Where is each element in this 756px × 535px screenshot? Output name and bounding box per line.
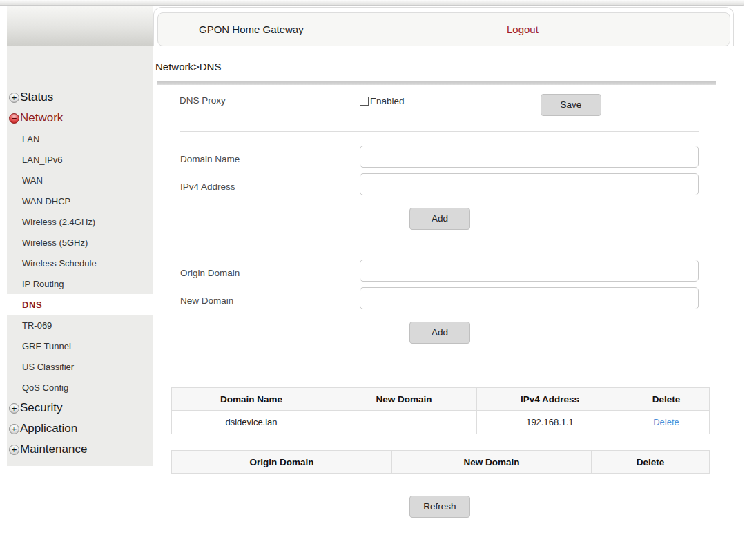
enabled-label: Enabled [370,96,405,106]
domain-name-cell: dsldevice.lan [172,411,331,434]
column-header: New Domain [392,451,592,474]
plus-icon[interactable]: + [9,403,19,414]
minus-icon[interactable]: − [9,113,19,124]
sidebar-item-ip-routing[interactable]: IP Routing [7,273,153,294]
sidebar-item-wan-dhcp[interactable]: WAN DHCP [7,191,153,211]
column-header: Domain Name [172,388,331,411]
ipv4-address-cell: 192.168.1.1 [477,411,623,434]
logout-link[interactable]: Logout [507,13,539,46]
delete-cell: Delete [623,411,710,434]
sidebar-item-label: Application [20,422,77,436]
sidebar-item-tr-069[interactable]: TR-069 [7,315,153,335]
sidebar-item-us-classifier[interactable]: US Classifier [7,356,153,377]
add-domain-mapping-button[interactable]: Add [409,322,470,344]
sidebar-item-lan-ipv6[interactable]: LAN_IPv6 [7,149,153,170]
app-header: GPON Home Gateway Logout [157,12,730,46]
origin-domain-input[interactable] [360,260,699,282]
table-header-row: Domain Name New Domain IPv4 Address Dele… [172,388,710,411]
dns-proxy-label: DNS Proxy [180,95,226,106]
sidebar-item-label: Security [20,401,62,415]
sidebar-item-dns[interactable]: DNS [7,294,153,315]
column-header: Delete [592,451,710,474]
column-header: New Domain [331,388,477,411]
origin-domain-label: Origin Domain [180,268,240,278]
sidebar: + Status − Network LAN LAN_IPv6 WAN WAN … [7,6,153,466]
table-row: dsldevice.lan 192.168.1.1 Delete [172,411,710,434]
delete-link[interactable]: Delete [653,417,679,427]
plus-icon[interactable]: + [9,93,19,103]
ipv4-address-label: IPv4 Address [180,182,235,192]
sidebar-header [7,6,153,46]
column-header: Origin Domain [172,451,392,474]
save-button[interactable]: Save [541,94,601,116]
plus-icon[interactable]: + [9,445,19,455]
new-domain-cell [331,411,477,434]
sidebar-item-status[interactable]: + Status [7,87,153,108]
top-bar [0,0,744,6]
breadcrumb: Network>DNS [155,61,221,72]
sidebar-item-wireless-schedule[interactable]: Wireless Schedule [7,253,153,273]
divider [180,244,699,244]
column-header: Delete [623,388,710,411]
divider [180,131,699,132]
column-header: IPv4 Address [477,388,623,411]
sidebar-item-label: Maintenance [20,442,87,456]
dns-proxy-checkbox[interactable] [360,97,369,106]
breadcrumb-divider [157,81,716,85]
new-domain-label: New Domain [180,295,233,306]
page-title: GPON Home Gateway [199,13,304,46]
sidebar-item-gre-tunnel[interactable]: GRE Tunnel [7,335,153,356]
divider [180,358,699,358]
sidebar-item-wireless-24ghz[interactable]: Wireless (2.4GHz) [7,211,153,232]
sidebar-item-maintenance[interactable]: + Maintenance [7,439,153,460]
sidebar-item-security[interactable]: + Security [7,398,153,418]
sidebar-item-label: Network [20,111,63,125]
plus-icon[interactable]: + [9,424,19,434]
domain-mapping-table: Origin Domain New Domain Delete [171,450,710,474]
dns-hosts-table: Domain Name New Domain IPv4 Address Dele… [171,387,710,434]
add-dns-host-button[interactable]: Add [409,208,470,230]
new-domain-input[interactable] [360,287,699,309]
sidebar-item-qos-config[interactable]: QoS Config [7,377,153,398]
sidebar-item-application[interactable]: + Application [7,418,153,439]
table-header-row: Origin Domain New Domain Delete [172,451,710,474]
sidebar-item-wan[interactable]: WAN [7,170,153,191]
sidebar-item-wireless-5ghz[interactable]: Wireless (5GHz) [7,232,153,253]
sidebar-item-lan[interactable]: LAN [7,128,153,149]
sidebar-item-network[interactable]: − Network [7,108,153,128]
domain-name-input[interactable] [360,146,699,168]
ipv4-address-input[interactable] [360,173,699,195]
sidebar-nav: + Status − Network LAN LAN_IPv6 WAN WAN … [7,46,153,466]
domain-name-label: Domain Name [180,154,240,164]
refresh-button[interactable]: Refresh [409,496,470,518]
sidebar-item-label: Status [20,90,53,104]
